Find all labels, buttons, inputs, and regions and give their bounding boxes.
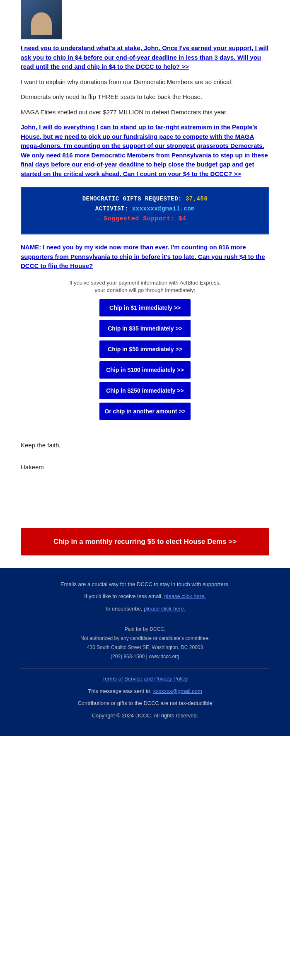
body-link[interactable]: John, I will do everything I can to stan… [21, 123, 268, 177]
chip-100-button[interactable]: Chip in $100 immediately >> [99, 361, 191, 379]
legal-line3: 430 South Capitol Street SE, Washington,… [27, 644, 263, 651]
closing-line2: Hakeem [21, 463, 269, 472]
info-box-gifts: DEMOCRATIC GIFTS REQUESTED: 37,450 [29, 196, 261, 202]
donate-section: If you've saved your payment information… [21, 279, 269, 420]
footer-unsubscribe: To unsubscribe, please click here. [21, 605, 269, 613]
unsubscribe-link[interactable]: please click here. [144, 606, 185, 612]
intro-link[interactable]: I need you to understand what's at stake… [21, 44, 268, 70]
footer-less-email: If you'd like to receive less email, ple… [21, 592, 269, 601]
footer: Emails are a crucial way for the DCCC to… [0, 568, 290, 736]
footer-contributions: Contributions or gifts to the DCCC are n… [21, 699, 269, 707]
header-photo [21, 0, 62, 39]
closing-line1: Keep the faith, [21, 441, 269, 450]
legal-line4: (202) 863-1500 | www.dccc.org [27, 653, 263, 660]
para3: MAGA Elites shelled out over $277 MILLIO… [21, 108, 269, 117]
sent-to-email-link[interactable]: xxxxxxx@gmail.com [153, 688, 202, 694]
chip-1-button[interactable]: Chip in $1 immediately >> [99, 299, 191, 316]
monthly-button[interactable]: Chip in a monthly recurring $5 to elect … [21, 528, 269, 555]
footer-line1: Emails are a crucial way for the DCCC to… [21, 580, 269, 589]
legal-line1: Paid for by DCCC. [27, 625, 263, 633]
donate-subtext: If you've saved your payment information… [21, 279, 269, 294]
info-box: DEMOCRATIC GIFTS REQUESTED: 37,450 ACTIV… [21, 187, 269, 234]
terms-link[interactable]: Terms of Service and Privacy Policy [102, 676, 188, 682]
footer-terms: Terms of Service and Privacy Policy [21, 675, 269, 683]
para2: Democrats only need to flip THREE seats … [21, 92, 269, 102]
monthly-section: Chip in a monthly recurring $5 to elect … [0, 520, 290, 564]
chip-50-button[interactable]: Chip in $50 immediately >> [99, 340, 191, 358]
chip-250-button[interactable]: Chip in $250 immediately >> [99, 382, 191, 399]
less-email-link[interactable]: please click here. [164, 593, 205, 599]
footer-sent-to: This message was sent to: xxxxxxx@gmail.… [21, 687, 269, 695]
chip-35-button[interactable]: Chip in $35 immediately >> [99, 320, 191, 337]
legal-line2: Not authorized by any candidate or candi… [27, 635, 263, 642]
legal-box: Paid for by DCCC. Not authorized by any … [21, 619, 269, 669]
footer-copyright: Copyright © 2024 DCCC. All rights reserv… [21, 712, 269, 720]
cta-link[interactable]: NAME: I need you by my side now more tha… [21, 244, 265, 269]
info-box-suggested: Suggested Support: $4 [29, 215, 261, 222]
chip-other-button[interactable]: Or chip in another amount >> [99, 403, 191, 420]
para1: I want to explain why donations from our… [21, 77, 269, 87]
info-box-activist: ACTIVIST: xxxxxxx@gmail.com [29, 205, 261, 212]
